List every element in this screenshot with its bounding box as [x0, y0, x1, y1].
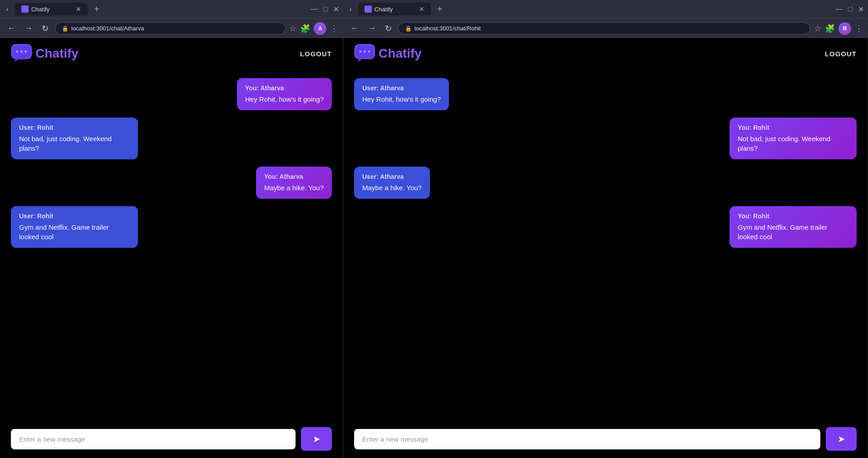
message-input-left[interactable]: [11, 429, 296, 449]
message-bubble-right-4: You: Rohit Gym and Netflix. Game trailer…: [730, 206, 857, 248]
browser-tab-right[interactable]: Chatify ✕: [358, 3, 431, 15]
app-logo-right: Chatify: [354, 44, 422, 64]
chat-area-left: You: Atharva Hey Rohit, how's it going? …: [0, 69, 343, 420]
message-bubble-left-1: You: Atharva Hey Rohit, how's it going?: [237, 78, 332, 110]
send-button-left[interactable]: ➤: [301, 427, 332, 451]
tab-favicon-left: [21, 5, 29, 13]
input-area-left: ➤: [0, 420, 343, 458]
logout-button-left[interactable]: LOGOUT: [300, 50, 332, 58]
extension-icon-left[interactable]: 🧩: [300, 24, 310, 34]
message-bubble-right-2: You: Rohit Not bad, just coding. Weekend…: [730, 118, 857, 159]
chat-area-right: User: Atharva Hey Rohit, how's it going?…: [343, 69, 868, 420]
logout-button-right[interactable]: LOGOUT: [825, 50, 857, 58]
url-text-left: localhost:3001/chat/Atharva: [71, 25, 144, 32]
maximize-btn-right[interactable]: □: [848, 5, 853, 13]
toolbar-left: ← → ↻ 🔒 localhost:3001/chat/Atharva ☆ 🧩 …: [0, 18, 343, 38]
message-bubble-right-3: User: Atharva Maybe a hike. You?: [354, 167, 430, 199]
titlebar-left: ‹ Chatify ✕ + — □ ✕: [0, 0, 343, 18]
star-icon-right[interactable]: ☆: [814, 24, 821, 34]
message-text-left-1: Hey Rohit, how's it going?: [245, 94, 324, 104]
message-text-right-3: Maybe a hike. You?: [362, 183, 422, 192]
toolbar-icons-right: ☆ 🧩 R ⋮: [814, 22, 863, 35]
window-controls-left: — □ ✕: [311, 5, 339, 14]
menu-icon-left[interactable]: ⋮: [330, 24, 338, 34]
tab-scroll-back-left[interactable]: ‹: [4, 4, 11, 15]
close-btn-right[interactable]: ✕: [858, 5, 864, 14]
address-bar-right[interactable]: 🔒 localhost:3001/chat/Rohit: [398, 22, 810, 34]
message-sender-left-4: User: Rohit: [19, 212, 130, 220]
minimize-btn-left[interactable]: —: [311, 5, 318, 13]
tab-close-left[interactable]: ✕: [76, 5, 81, 13]
send-icon-right: ➤: [838, 433, 845, 444]
forward-btn-right[interactable]: →: [365, 22, 379, 35]
send-icon-left: ➤: [313, 433, 321, 444]
message-text-left-3: Maybe a hike. You?: [264, 183, 324, 192]
svg-point-2: [20, 50, 23, 53]
app-header-left: Chatify LOGOUT: [0, 38, 343, 69]
new-tab-left[interactable]: +: [91, 4, 102, 15]
extension-icon-right[interactable]: 🧩: [825, 24, 835, 34]
input-area-right: ➤: [343, 420, 868, 458]
profile-avatar-left[interactable]: A: [314, 22, 326, 35]
toolbar-right: ← → ↻ 🔒 localhost:3001/chat/Rohit ☆ 🧩 R …: [343, 18, 868, 38]
lock-icon-left: 🔒: [62, 25, 69, 32]
profile-avatar-right[interactable]: R: [838, 22, 851, 35]
message-text-right-2: Not bad, just coding. Weekend plans?: [738, 134, 848, 153]
reload-btn-right[interactable]: ↻: [382, 22, 395, 35]
message-bubble-left-4: User: Rohit Gym and Netflix. Game traile…: [11, 206, 138, 248]
message-sender-right-1: User: Atharva: [362, 84, 441, 92]
message-sender-left-3: You: Atharva: [264, 173, 324, 180]
svg-point-8: [368, 50, 370, 53]
svg-point-1: [16, 50, 18, 53]
minimize-btn-right[interactable]: —: [835, 5, 843, 13]
message-sender-left-1: You: Atharva: [245, 84, 324, 92]
app-content-right: Chatify LOGOUT User: Atharva Hey Rohit, …: [343, 38, 868, 458]
message-sender-right-4: You: Rohit: [738, 212, 848, 220]
app-logo-left: Chatify: [11, 44, 79, 64]
message-input-right[interactable]: [354, 429, 820, 449]
send-button-right[interactable]: ➤: [826, 427, 857, 451]
tab-label-left: Chatify: [31, 6, 49, 13]
reload-btn-left[interactable]: ↻: [39, 22, 51, 35]
tab-label-right: Chatify: [375, 6, 393, 13]
lock-icon-right: 🔒: [405, 25, 412, 32]
browser-window-right: ‹ Chatify ✕ + — □ ✕ ← → ↻ 🔒 localhost:30…: [343, 0, 868, 458]
message-sender-right-2: You: Rohit: [738, 124, 848, 131]
message-text-right-1: Hey Rohit, how's it going?: [362, 94, 441, 104]
app-content-left: Chatify LOGOUT You: Atharva Hey Rohit, h…: [0, 38, 343, 458]
app-name-right: Chatify: [379, 46, 422, 61]
browser-window-left: ‹ Chatify ✕ + — □ ✕ ← → ↻ 🔒 localhost:30…: [0, 0, 343, 458]
new-tab-right[interactable]: +: [434, 4, 445, 15]
message-text-left-4: Gym and Netflix. Game trailer looked coo…: [19, 222, 130, 241]
tab-scroll-back-right[interactable]: ‹: [347, 4, 355, 15]
toolbar-icons-left: ☆ 🧩 A ⋮: [289, 22, 338, 35]
app-name-left: Chatify: [35, 46, 79, 61]
tab-close-right[interactable]: ✕: [419, 5, 424, 13]
message-sender-right-3: User: Atharva: [362, 173, 422, 180]
message-bubble-right-1: User: Atharva Hey Rohit, how's it going?: [354, 78, 449, 110]
chat-bubble-icon-left: [11, 44, 35, 64]
message-text-left-2: Not bad, just coding. Weekend plans?: [19, 134, 130, 153]
maximize-btn-left[interactable]: □: [323, 5, 328, 13]
message-bubble-left-2: User: Rohit Not bad, just coding. Weeken…: [11, 118, 138, 159]
url-text-right: localhost:3001/chat/Rohit: [414, 25, 481, 32]
close-btn-left[interactable]: ✕: [333, 5, 339, 14]
browser-tab-left[interactable]: Chatify ✕: [15, 3, 88, 15]
back-btn-right[interactable]: ←: [348, 22, 361, 35]
message-text-right-4: Gym and Netflix. Game trailer looked coo…: [738, 222, 848, 241]
address-bar-left[interactable]: 🔒 localhost:3001/chat/Atharva: [55, 22, 286, 34]
star-icon-left[interactable]: ☆: [289, 24, 296, 34]
message-bubble-left-3: You: Atharva Maybe a hike. You?: [256, 167, 332, 199]
svg-point-7: [364, 50, 366, 53]
titlebar-right: ‹ Chatify ✕ + — □ ✕: [343, 0, 868, 18]
menu-icon-right[interactable]: ⋮: [855, 24, 863, 34]
back-btn-left[interactable]: ←: [5, 22, 18, 35]
svg-point-6: [359, 50, 361, 53]
message-sender-left-2: User: Rohit: [19, 124, 130, 131]
chat-bubble-icon-right: [354, 44, 378, 64]
forward-btn-left[interactable]: →: [22, 22, 35, 35]
window-controls-right: — □ ✕: [835, 5, 864, 14]
tab-favicon-right: [365, 5, 372, 13]
svg-point-3: [25, 50, 27, 53]
app-header-right: Chatify LOGOUT: [343, 38, 868, 69]
